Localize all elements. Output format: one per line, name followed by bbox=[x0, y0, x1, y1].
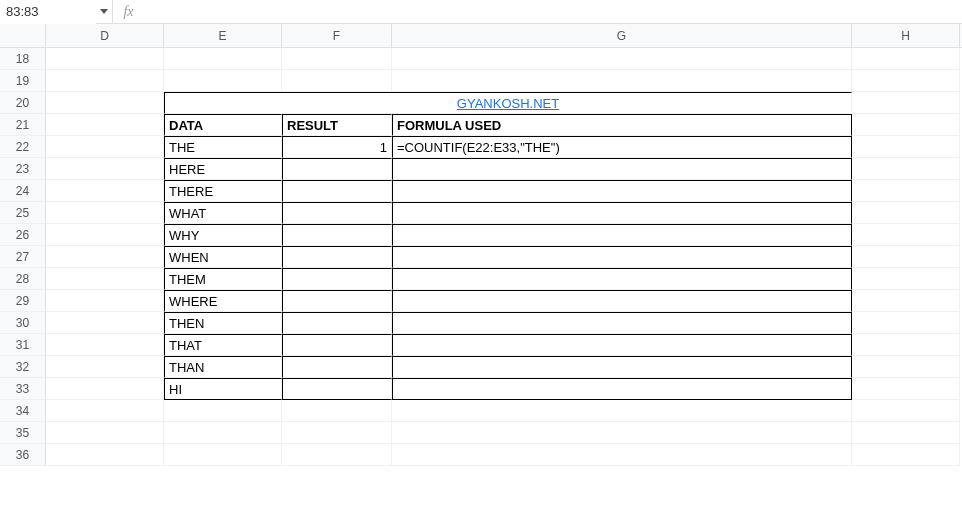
cell[interactable] bbox=[46, 400, 164, 422]
cell[interactable] bbox=[392, 48, 852, 70]
cell[interactable] bbox=[852, 114, 960, 136]
row-header[interactable]: 28 bbox=[0, 268, 46, 290]
cell[interactable] bbox=[852, 290, 960, 312]
cell[interactable] bbox=[852, 92, 960, 114]
cell[interactable] bbox=[46, 48, 164, 70]
cell-link[interactable]: GYANKOSH.NET bbox=[164, 92, 852, 114]
cell[interactable] bbox=[392, 202, 852, 224]
formula-input[interactable] bbox=[144, 0, 962, 23]
cell[interactable] bbox=[852, 202, 960, 224]
row-header[interactable]: 32 bbox=[0, 356, 46, 378]
cell[interactable] bbox=[282, 202, 392, 224]
cell[interactable] bbox=[164, 400, 282, 422]
cell[interactable] bbox=[46, 378, 164, 400]
cell[interactable]: WHAT bbox=[164, 202, 282, 224]
cell[interactable] bbox=[46, 70, 164, 92]
cell[interactable]: THAN bbox=[164, 356, 282, 378]
row-header[interactable]: 23 bbox=[0, 158, 46, 180]
row-header[interactable]: 34 bbox=[0, 400, 46, 422]
row-header[interactable]: 24 bbox=[0, 180, 46, 202]
cell[interactable] bbox=[282, 158, 392, 180]
row-header[interactable]: 29 bbox=[0, 290, 46, 312]
cell[interactable] bbox=[852, 224, 960, 246]
cell[interactable] bbox=[392, 70, 852, 92]
row-header[interactable]: 31 bbox=[0, 334, 46, 356]
cell[interactable] bbox=[852, 268, 960, 290]
row-header[interactable]: 33 bbox=[0, 378, 46, 400]
cell[interactable]: THERE bbox=[164, 180, 282, 202]
cell[interactable] bbox=[392, 224, 852, 246]
cell[interactable] bbox=[46, 224, 164, 246]
cell[interactable] bbox=[46, 202, 164, 224]
cell[interactable] bbox=[852, 356, 960, 378]
cell[interactable] bbox=[282, 334, 392, 356]
col-header-D[interactable]: D bbox=[46, 24, 164, 47]
cell[interactable] bbox=[392, 158, 852, 180]
cell[interactable] bbox=[852, 444, 960, 466]
cell[interactable] bbox=[392, 400, 852, 422]
cell[interactable] bbox=[392, 422, 852, 444]
cell[interactable]: THEN bbox=[164, 312, 282, 334]
cell[interactable]: WHY bbox=[164, 224, 282, 246]
row-header[interactable]: 18 bbox=[0, 48, 46, 70]
cell[interactable] bbox=[282, 224, 392, 246]
row-header[interactable]: 19 bbox=[0, 70, 46, 92]
name-box-dropdown[interactable] bbox=[96, 9, 112, 14]
cell[interactable] bbox=[392, 312, 852, 334]
cell[interactable] bbox=[852, 180, 960, 202]
cell[interactable] bbox=[46, 158, 164, 180]
cell[interactable] bbox=[46, 290, 164, 312]
cell[interactable] bbox=[282, 312, 392, 334]
cell[interactable] bbox=[46, 180, 164, 202]
row-header[interactable]: 26 bbox=[0, 224, 46, 246]
cell[interactable] bbox=[852, 400, 960, 422]
cell[interactable]: RESULT bbox=[282, 114, 392, 136]
col-header-F[interactable]: F bbox=[282, 24, 392, 47]
cell[interactable] bbox=[392, 334, 852, 356]
cell[interactable]: THE bbox=[164, 136, 282, 158]
cell[interactable] bbox=[164, 70, 282, 92]
col-header-E[interactable]: E bbox=[164, 24, 282, 47]
cell[interactable] bbox=[392, 444, 852, 466]
cell[interactable] bbox=[282, 246, 392, 268]
cell[interactable] bbox=[282, 48, 392, 70]
row-header[interactable]: 25 bbox=[0, 202, 46, 224]
cell[interactable]: DATA bbox=[164, 114, 282, 136]
cell[interactable]: THEM bbox=[164, 268, 282, 290]
cell[interactable]: WHERE bbox=[164, 290, 282, 312]
row-header[interactable]: 36 bbox=[0, 444, 46, 466]
cell[interactable] bbox=[46, 334, 164, 356]
row-header[interactable]: 22 bbox=[0, 136, 46, 158]
row-header[interactable]: 21 bbox=[0, 114, 46, 136]
cell[interactable] bbox=[282, 268, 392, 290]
cell[interactable]: THAT bbox=[164, 334, 282, 356]
cell[interactable] bbox=[46, 136, 164, 158]
cell[interactable] bbox=[282, 290, 392, 312]
cell[interactable] bbox=[46, 444, 164, 466]
cell[interactable] bbox=[392, 356, 852, 378]
cell[interactable]: HI bbox=[164, 378, 282, 400]
cell[interactable] bbox=[392, 246, 852, 268]
row-header[interactable]: 30 bbox=[0, 312, 46, 334]
cell[interactable] bbox=[282, 400, 392, 422]
row-header[interactable]: 20 bbox=[0, 92, 46, 114]
cell[interactable] bbox=[164, 48, 282, 70]
cell[interactable] bbox=[282, 378, 392, 400]
cell[interactable] bbox=[852, 378, 960, 400]
col-header-H[interactable]: H bbox=[852, 24, 960, 47]
cell[interactable] bbox=[282, 444, 392, 466]
cell[interactable] bbox=[852, 136, 960, 158]
cell[interactable] bbox=[392, 180, 852, 202]
cell[interactable] bbox=[282, 356, 392, 378]
cell[interactable]: FORMULA USED bbox=[392, 114, 852, 136]
cell[interactable] bbox=[46, 356, 164, 378]
cell[interactable] bbox=[282, 180, 392, 202]
row-header[interactable]: 27 bbox=[0, 246, 46, 268]
cell[interactable]: WHEN bbox=[164, 246, 282, 268]
cell[interactable] bbox=[46, 312, 164, 334]
cell[interactable] bbox=[46, 246, 164, 268]
cell[interactable]: HERE bbox=[164, 158, 282, 180]
cell[interactable] bbox=[392, 290, 852, 312]
cell[interactable] bbox=[852, 70, 960, 92]
cell[interactable] bbox=[46, 114, 164, 136]
